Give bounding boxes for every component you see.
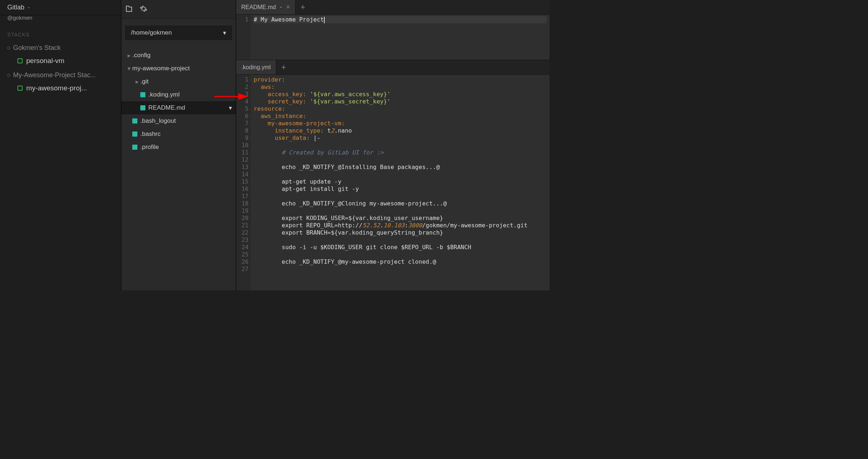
new-tab-button[interactable]: + [276,60,291,74]
code-line [254,171,547,178]
tab-label: .koding.yml [241,64,271,71]
vm-status-icon [17,58,23,63]
file-icon [132,118,137,123]
code-line: echo _KD_NOTIFY_@Cloning my-awesome-proj… [254,200,547,207]
code-line: resource: [254,105,547,113]
file-icon [132,145,137,150]
chevron-down-icon[interactable]: ▾ [229,104,232,112]
tree-label: .bash_logout [140,117,232,125]
sidebar: Gitlab @gokmen STACKS Gokmen's Stackpers… [0,0,121,290]
expand-icon: ▾ [126,65,132,72]
file-icon [140,105,145,110]
tabbar-top: README.md × + [236,0,550,15]
code-line: aws: [254,83,547,91]
tab-readme[interactable]: README.md × [236,0,296,14]
code-line [254,207,547,215]
stacks-label: STACKS [7,32,114,38]
settings-icon[interactable] [140,5,148,14]
tree-label: .koding.yml [148,91,232,98]
code-line: aws_instance: [254,113,547,120]
file-item[interactable]: README.md▾ [121,101,236,114]
tree-label: .git [140,78,232,85]
team-name: Gitlab [7,4,24,11]
file-panel: /home/gokmen ▾ ▸.config▾my-awesome-proje… [121,0,236,290]
expand-icon: ▸ [134,78,140,86]
code-line: secret_key: '${var.aws_secret_key}' [254,98,547,105]
tree-label: my-awesome-project [132,65,232,72]
new-tab-button[interactable]: + [296,0,310,14]
team-switcher[interactable]: Gitlab [0,0,121,15]
chevron-down-icon: ▾ [223,29,226,37]
tabbar-bottom: .koding.yml + [236,60,550,75]
code-line: # Created by GitLab UI for :> [254,149,547,156]
tree-label: .bashrc [140,130,232,138]
folder-item[interactable]: ▸.git [121,75,236,88]
editor-area: README.md × + 1▾ # My Awesome Project .k… [236,0,550,290]
code-line: # My Awesome Project [254,16,547,23]
close-icon[interactable]: × [286,3,290,11]
file-item[interactable]: .bashrc [121,128,236,141]
code-line: echo _KD_NOTIFY_@my-awesome-project clon… [254,258,547,266]
code-line [254,156,547,164]
code-line: provider: [254,76,547,83]
code-line [254,236,547,244]
chevron-down-icon [27,5,31,10]
stack-name[interactable]: Gokmen's Stack [7,44,114,52]
tab-label: README.md [241,4,276,11]
code-line: access_key: '${var.aws_access_key}' [254,91,547,98]
code-line: export KODING_USER=${var.koding_user_use… [254,215,547,222]
file-icon [140,92,145,97]
path-selector[interactable]: /home/gokmen ▾ [125,26,232,40]
folder-item[interactable]: ▾my-awesome-project [121,62,236,75]
file-icon [132,132,137,137]
code-line [254,251,547,258]
code-line: export BRANCH=${var.koding_queryString_b… [254,229,547,236]
tree-label: README.md [148,104,229,111]
file-item[interactable]: .koding.yml [121,88,236,101]
code-line: apt-get install git -y [254,185,547,193]
tab-koding-yml[interactable]: .koding.yml [236,60,276,74]
vm-label: my-awesome-proj... [26,84,87,92]
file-tree: ▸.config▾my-awesome-project▸.git.koding.… [121,47,236,156]
code-line: instance_type: t2.nano [254,127,547,134]
file-item[interactable]: .profile [121,141,236,154]
code-line [254,193,547,200]
code-line [254,142,547,149]
current-path: /home/gokmen [131,29,172,36]
code-line: apt-get update -y [254,178,547,185]
tree-label: .config [132,52,232,59]
folder-item[interactable]: ▸.config [121,49,236,62]
file-item[interactable]: .bash_logout [121,114,236,128]
files-tab-icon[interactable] [125,5,133,14]
expand-icon: ▸ [126,52,132,59]
tree-label: .profile [140,144,232,151]
editor-readme[interactable]: 1▾ # My Awesome Project [236,15,550,60]
stack-name[interactable]: My-Awesome-Project Stac... [7,71,114,79]
code-line: echo _KD_NOTIFY_@Installing Base package… [254,164,547,171]
chevron-down-icon [279,5,283,9]
editor-koding-yml[interactable]: 1▾2▾345▾6▾7▾89▾1011121314151617181920212… [236,75,550,290]
code-line [254,266,547,273]
code-line: sudo -i -u $KODING_USER git clone $REPO_… [254,244,547,251]
code-line: user_data: |- [254,134,547,142]
code-line: export REPO_URL=http://52.52.10.103:3000… [254,222,547,229]
username: @gokmen [0,15,121,21]
vm-item[interactable]: my-awesome-proj... [7,84,114,92]
code-line: my-awesome-project-vm: [254,120,547,127]
vm-label: personal-vm [26,57,64,65]
vm-status-icon [17,86,23,91]
vm-item[interactable]: personal-vm [7,57,114,65]
